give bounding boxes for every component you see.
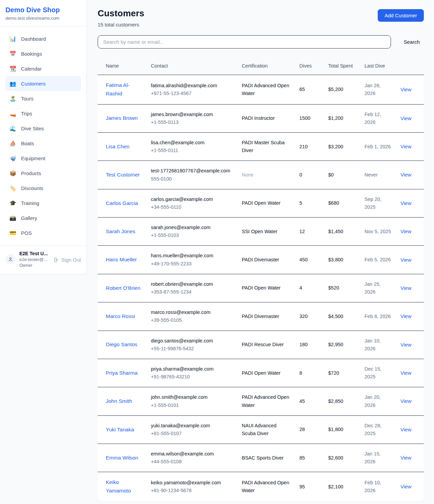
customer-last-dive: Jan 20, 2026 [360,387,396,415]
sidebar-item-products[interactable]: 📦 Products [5,166,81,181]
customer-total-spent: $3,800 [324,246,360,274]
customer-last-dive: Feb 8, 2026 [360,302,396,331]
view-customer-link[interactable]: View [400,342,411,348]
customer-email: sarah.jones@example.com [151,224,234,231]
customer-name-link[interactable]: James Brown [106,115,138,121]
customer-count: 15 total customers [98,22,144,27]
view-customer-link[interactable]: View [400,285,411,291]
customer-dives: 320 [295,302,324,331]
sidebar-item-boats[interactable]: ⛵ Boats [5,136,81,151]
sidebar: Demo Dive Shop demo.test.divestreams.com… [0,0,87,274]
wave-icon: 🌊 [9,125,16,132]
sailboat-icon: ⛵ [9,140,16,147]
customer-last-dive: Never [360,161,396,189]
customer-phone: +971-55-123-4567 [151,90,234,97]
customer-certification: PADI Open Water [238,274,295,302]
customer-phone: +91-98765-43210 [151,373,234,381]
sidebar-item-dive-sites[interactable]: 🌊 Dive Sites [5,121,81,136]
customer-phone: +34-555-0110 [151,203,234,211]
search-input[interactable] [98,35,391,49]
customer-name-link[interactable]: Robert O'Brien [106,285,140,291]
user-name: E2E Test U... [19,251,50,256]
customer-total-spent: $1,200 [324,104,360,132]
view-customer-link[interactable]: View [400,172,411,178]
customer-name-link[interactable]: John Smith [106,398,132,404]
view-customer-link[interactable]: View [400,144,411,149]
search-bar: Search [98,35,424,49]
customer-name-link[interactable]: Sarah Jones [106,228,135,234]
view-customer-link[interactable]: View [400,398,411,404]
sidebar-item-customers[interactable]: 👥 Customers [5,76,81,91]
column-header-contact: Contact [147,57,238,75]
view-customer-link[interactable]: View [400,200,411,206]
customer-last-dive: Feb 10, 2026 [360,472,396,501]
customer-name-link[interactable]: Emma Wilson [106,455,138,461]
customer-phone: +81-90-1234-5678 [151,487,234,494]
sidebar-item-discounts[interactable]: 🏷️ Discounts [5,181,81,195]
sidebar-item-dashboard[interactable]: 📊 Dashboard [5,31,81,46]
sign-out-icon [53,257,59,263]
sidebar-item-calendar[interactable]: 📆 Calendar [5,61,81,76]
customer-name-link[interactable]: Diego Santos [106,341,137,347]
sidebar-item-label: Calendar [21,66,42,72]
user-info: E2E Test U... e2e-tester@... Owner [19,251,50,268]
customer-total-spent: $0 [324,161,360,189]
customer-email: test-1772681807767@example.com [151,167,234,175]
customer-name-link[interactable]: Marco Rossi [106,313,135,319]
customer-last-dive: Jan 10, 2026 [360,331,396,359]
customer-email: fatima.alrashid@example.com [151,82,234,90]
sidebar-item-label: Boats [21,141,34,146]
customer-phone: +55-11-99876-5432 [151,345,234,353]
tag-icon: 🏷️ [9,185,16,191]
customer-certification: None [238,161,295,189]
table-row: Robert O'Brien robert.obrien@example.com… [98,274,424,302]
view-customer-link[interactable]: View [400,257,411,263]
view-customer-link[interactable]: View [400,455,411,461]
customer-name-link[interactable]: Lisa Chen [106,144,130,149]
add-customer-button[interactable]: Add Customer [378,9,424,22]
table-row: Hans Mueller hans.mueller@example.com +4… [98,246,424,274]
view-customer-link[interactable]: View [400,484,411,489]
table-row: Yuki Tanaka yuki.tanaka@example.com +81-… [98,415,424,444]
search-button[interactable]: Search [403,39,420,45]
sidebar-item-trips[interactable]: 🚤 Trips [5,106,81,121]
customer-dives: 0 [295,161,324,189]
user-section: E2E Test U... e2e-tester@... Owner Sign … [0,246,86,274]
user-role: Owner [19,263,50,268]
package-icon: 📦 [9,170,16,176]
customer-phone: +81-555-0107 [151,430,234,437]
customer-name-link[interactable]: Test Customer [106,172,140,178]
customer-last-dive: Nov 5, 2025 [360,218,396,246]
sidebar-item-equipment[interactable]: 🤿 Equipment [5,151,81,166]
customer-name-link[interactable]: Yuki Tanaka [106,427,134,432]
customer-total-spent: $720 [324,359,360,387]
customer-certification: BSAC Sports Diver [238,444,295,472]
view-customer-link[interactable]: View [400,427,411,432]
customer-dives: 180 [295,331,324,359]
sidebar-item-bookings[interactable]: 📅 Bookings [5,46,81,61]
customer-name-link[interactable]: Hans Mueller [106,257,137,262]
customer-name-link[interactable]: Keiko Yamamoto [106,479,131,493]
view-customer-link[interactable]: View [400,313,411,319]
customer-dives: 210 [295,132,324,161]
view-customer-link[interactable]: View [400,87,411,92]
view-customer-link[interactable]: View [400,115,411,121]
view-customer-link[interactable]: View [400,228,411,234]
island-icon: 🏝️ [9,95,16,102]
sign-out-button[interactable]: Sign Out [53,257,81,263]
graduation-cap-icon: 🎓 [9,200,16,206]
view-customer-link[interactable]: View [400,370,411,376]
sidebar-item-pos[interactable]: 💳 POS [5,225,81,240]
sidebar-item-gallery[interactable]: 📸 Gallery [5,210,81,225]
customer-name-link[interactable]: Fatima Al-Rashid [106,82,130,96]
customer-name-link[interactable]: Carlos Garcia [106,200,138,206]
customer-name-link[interactable]: Priya Sharma [106,370,138,376]
customer-last-dive: Feb 5, 2026 [360,246,396,274]
sidebar-item-tours[interactable]: 🏝️ Tours [5,91,81,106]
column-header-dives: Dives [295,57,324,75]
sidebar-item-label: Dashboard [21,36,46,42]
customer-email: lisa.chen@example.com [151,139,234,147]
sidebar-item-training[interactable]: 🎓 Training [5,195,81,210]
customer-last-dive: Jan 15, 2026 [360,444,396,472]
customer-last-dive: Feb 12, 2026 [360,104,396,132]
